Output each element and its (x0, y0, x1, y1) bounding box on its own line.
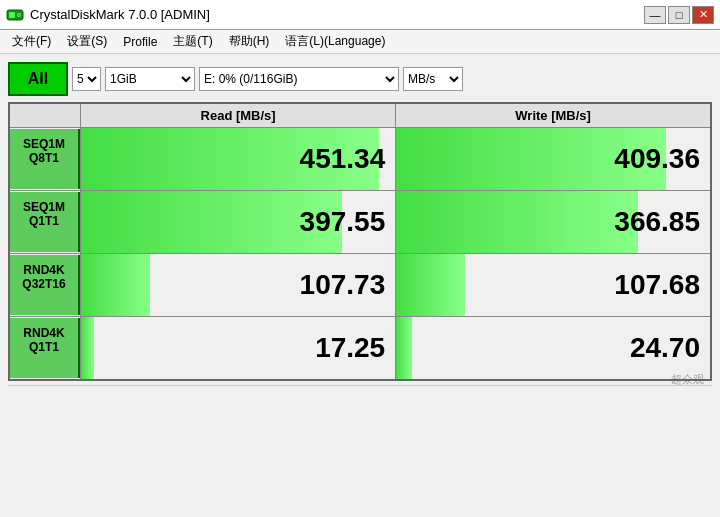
menu-theme[interactable]: 主题(T) (167, 31, 218, 52)
menu-profile[interactable]: Profile (117, 33, 163, 51)
write-cell: 24.70 (396, 317, 711, 381)
row-label-cell: SEQ1MQ8T1 (9, 128, 81, 191)
title-bar-left: CrystalDiskMark 7.0.0 [ADMIN] (6, 6, 210, 24)
read-value: 17.25 (81, 317, 395, 379)
write-cell: 366.85 (396, 191, 711, 254)
maximize-button[interactable]: □ (668, 6, 690, 24)
main-content: All 5 1 3 1GiB 512MiB 4GiB E: 0% (0/116G… (0, 54, 720, 415)
write-value: 366.85 (396, 191, 710, 253)
empty-header (9, 103, 81, 128)
write-cell: 107.68 (396, 254, 711, 317)
menu-help[interactable]: 帮助(H) (223, 31, 276, 52)
read-cell: 17.25 (81, 317, 396, 381)
table-row: SEQ1MQ8T1 451.34 409.36 (9, 128, 711, 191)
read-cell: 397.55 (81, 191, 396, 254)
read-cell: 107.73 (81, 254, 396, 317)
menu-bar: 文件(F) 设置(S) Profile 主题(T) 帮助(H) 语言(L)(La… (0, 30, 720, 54)
benchmark-table: Read [MB/s] Write [MB/s] SEQ1MQ8T1 451.3… (8, 102, 712, 381)
loops-select[interactable]: 5 1 3 (72, 67, 101, 91)
menu-file[interactable]: 文件(F) (6, 31, 57, 52)
read-value-cell: 451.34 (81, 128, 395, 190)
title-bar: CrystalDiskMark 7.0.0 [ADMIN] — □ ✕ (0, 0, 720, 30)
read-value: 397.55 (81, 191, 395, 253)
write-value: 24.70 (396, 317, 710, 379)
size-select[interactable]: 1GiB 512MiB 4GiB (105, 67, 195, 91)
write-value-cell: 107.68 (396, 254, 710, 316)
write-value-cell: 24.70 (396, 317, 710, 379)
write-value-cell: 409.36 (396, 128, 710, 190)
row-label: SEQ1MQ1T1 (10, 192, 80, 252)
read-cell: 451.34 (81, 128, 396, 191)
app-title: CrystalDiskMark 7.0.0 [ADMIN] (30, 7, 210, 22)
read-value: 107.73 (81, 254, 395, 316)
unit-select[interactable]: MB/s GB/s (403, 67, 463, 91)
row-label-cell: SEQ1MQ1T1 (9, 191, 81, 254)
menu-settings[interactable]: 设置(S) (61, 31, 113, 52)
svg-rect-1 (9, 12, 15, 18)
status-bar (8, 385, 712, 407)
read-value: 451.34 (81, 128, 395, 190)
read-header: Read [MB/s] (81, 103, 396, 128)
drive-select[interactable]: E: 0% (0/116GiB) (199, 67, 399, 91)
row-label-cell: RND4KQ1T1 (9, 317, 81, 381)
title-bar-controls: — □ ✕ (644, 6, 714, 24)
write-value: 107.68 (396, 254, 710, 316)
close-button[interactable]: ✕ (692, 6, 714, 24)
table-row: RND4KQ32T16 107.73 107.68 (9, 254, 711, 317)
menu-language[interactable]: 语言(L)(Language) (279, 31, 391, 52)
write-value-cell: 366.85 (396, 191, 710, 253)
write-value: 409.36 (396, 128, 710, 190)
bench-tbody: SEQ1MQ8T1 451.34 409.36 SEQ1MQ1T1 397.55… (9, 128, 711, 381)
read-value-cell: 397.55 (81, 191, 395, 253)
table-row: SEQ1MQ1T1 397.55 366.85 (9, 191, 711, 254)
table-header-row: Read [MB/s] Write [MB/s] (9, 103, 711, 128)
read-value-cell: 17.25 (81, 317, 395, 379)
controls-row: All 5 1 3 1GiB 512MiB 4GiB E: 0% (0/116G… (8, 62, 712, 96)
app-icon (6, 6, 24, 24)
minimize-button[interactable]: — (644, 6, 666, 24)
table-row: RND4KQ1T1 17.25 24.70 (9, 317, 711, 381)
write-header: Write [MB/s] (396, 103, 711, 128)
row-label: RND4KQ32T16 (10, 255, 80, 315)
write-cell: 409.36 (396, 128, 711, 191)
row-label-cell: RND4KQ32T16 (9, 254, 81, 317)
read-value-cell: 107.73 (81, 254, 395, 316)
all-button[interactable]: All (8, 62, 68, 96)
row-label: RND4KQ1T1 (10, 318, 80, 378)
row-label: SEQ1MQ8T1 (10, 129, 80, 189)
svg-point-3 (18, 14, 20, 16)
